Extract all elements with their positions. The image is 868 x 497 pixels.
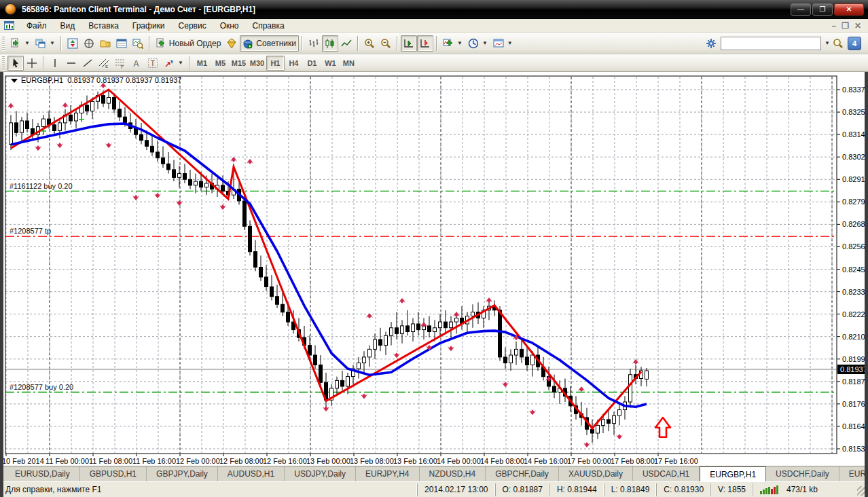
metaeditor-button[interactable]: [223, 35, 240, 52]
chevron-down-icon: ▼: [24, 40, 30, 46]
menu-3[interactable]: Графики: [126, 20, 172, 32]
chart-tab-gbpchf[interactable]: GBPCHF,Daily: [486, 466, 559, 481]
svg-text:10 Feb 2014: 10 Feb 2014: [2, 457, 44, 465]
child-restore-button[interactable]: ❐: [842, 21, 849, 31]
period-h1-button[interactable]: H1: [266, 56, 285, 71]
new-chart-button[interactable]: ▼: [7, 35, 33, 52]
chart-tab-audusd[interactable]: AUDUSD,H1: [218, 466, 285, 481]
toolbar-grip[interactable]: [2, 56, 5, 71]
fractal-down-icon: [35, 145, 41, 151]
chart-shift-button[interactable]: [417, 35, 433, 52]
period-h4-button[interactable]: H4: [285, 56, 303, 71]
chart-tab-usdjpy[interactable]: USDJPY,Daily: [285, 466, 356, 481]
search-dropdown-arrow[interactable]: ▼: [825, 40, 830, 46]
period-m30-button[interactable]: M30: [248, 56, 266, 71]
time-axis[interactable]: 10 Feb 201411 Feb 00:0011 Feb 08:0011 Fe…: [2, 454, 698, 465]
equidistant-channel-button[interactable]: E: [96, 56, 112, 71]
period-m1-button[interactable]: M1: [193, 56, 211, 71]
navigator-button[interactable]: [97, 35, 113, 52]
text-button[interactable]: A: [128, 56, 145, 71]
market-watch-button[interactable]: [65, 35, 81, 52]
child-close-button[interactable]: ✕: [854, 21, 861, 31]
toolbar-grip[interactable]: [2, 36, 5, 51]
templates-button[interactable]: ▼: [490, 35, 516, 52]
chart-tab-gbpusd[interactable]: GBPUSD,H1: [80, 466, 147, 481]
chart-tab-usdchf[interactable]: USDCHF,Daily: [766, 466, 839, 481]
period-w1-button[interactable]: W1: [321, 56, 340, 71]
horizontal-line-button[interactable]: [63, 56, 79, 71]
indicators-button[interactable]: ▼: [440, 35, 465, 52]
menu-1[interactable]: Вид: [54, 20, 82, 32]
terminal-button[interactable]: [113, 35, 130, 52]
maximize-button[interactable]: ❐: [812, 3, 833, 16]
menu-0[interactable]: Файл: [20, 20, 54, 32]
chart-tab-eurusd[interactable]: EURUSD,Daily: [5, 466, 80, 481]
gear-icon[interactable]: [706, 38, 718, 49]
advisors-button[interactable]: Советники: [240, 35, 299, 52]
fibonacci-button[interactable]: F: [112, 56, 128, 71]
vertical-line-icon: [50, 58, 60, 69]
chart-candles-button[interactable]: [322, 35, 338, 52]
period-mn-button[interactable]: MN: [340, 56, 358, 71]
price-axis[interactable]: 0.833700.832550.831400.830250.829100.827…: [837, 86, 868, 453]
notifications-badge[interactable]: 4: [848, 37, 861, 50]
chart-line-button[interactable]: [338, 35, 355, 52]
arrows-button[interactable]: ▼: [161, 56, 186, 71]
crosshair-button[interactable]: [24, 56, 40, 71]
fractal-up-icon: [7, 103, 14, 109]
chart-symbol-label[interactable]: EURGBP,H1 0.81937 0.81937 0.81937 0.8193…: [11, 76, 181, 84]
minimize-button[interactable]: —: [791, 3, 811, 16]
chart-tab-usdcad[interactable]: USDCAD,H1: [633, 466, 700, 481]
chart-tab-gbpjpy[interactable]: GBPJPY,Daily: [147, 466, 218, 481]
window-left-border: [0, 72, 3, 497]
svg-text:E: E: [105, 65, 108, 69]
order-line-label-2: #1208577 buy 0.20: [10, 383, 73, 391]
profiles-button[interactable]: ▼: [33, 35, 58, 52]
chevron-down-icon: ▼: [482, 40, 488, 46]
menu-6[interactable]: Справка: [246, 20, 291, 32]
vertical-line-button[interactable]: [47, 56, 63, 71]
chart-tab-eurchf[interactable]: EURCHF,H4: [839, 466, 868, 481]
fractal-down-icon: [323, 406, 329, 411]
chart-bars-button[interactable]: [306, 35, 322, 52]
chart-tab-eurjpy[interactable]: EURJPY,H4: [356, 466, 419, 481]
zoom-out-button[interactable]: [378, 35, 394, 52]
trend-line-icon: [82, 58, 93, 69]
menu-4[interactable]: Сервис: [172, 20, 213, 32]
chart-candles-icon: [325, 38, 336, 49]
cursor-button[interactable]: [7, 56, 24, 71]
chart-tab-xauusd[interactable]: XAUUSD,Daily: [559, 466, 633, 481]
arrows-icon: [164, 58, 175, 69]
auto-scroll-button[interactable]: [401, 35, 417, 52]
fractal-up-icon: [366, 313, 373, 318]
templates-icon: [493, 38, 504, 49]
status-low: L: 0.81849: [604, 483, 657, 496]
data-window-button[interactable]: [81, 35, 97, 52]
fractal-up-icon: [399, 298, 405, 303]
close-button[interactable]: ✕: [834, 3, 864, 16]
chart-tab-eurgbp[interactable]: EURGBP,H1: [700, 466, 766, 481]
chart-area[interactable]: #1161122 buy 0.20#1208577 tp#1208577 buy…: [0, 72, 868, 466]
menu-5[interactable]: Окно: [213, 20, 246, 32]
strategy-tester-button[interactable]: [130, 35, 146, 52]
new-order-button[interactable]: Новый Ордер: [153, 35, 223, 52]
fractal-up-icon: [230, 157, 237, 162]
text-label-button[interactable]: T: [145, 56, 161, 71]
new-order-label: Новый Ордер: [169, 39, 221, 48]
chart-tab-nzdusd[interactable]: NZDUSD,H4: [420, 466, 486, 481]
trend-line-button[interactable]: [79, 56, 96, 71]
indicators-icon: [443, 38, 454, 49]
period-m15-button[interactable]: M15: [230, 56, 248, 71]
periods-button[interactable]: ▼: [465, 35, 490, 52]
toolbar-separator: [189, 56, 190, 71]
zoom-in-button[interactable]: [361, 35, 378, 52]
chart-canvas[interactable]: #1161122 buy 0.20#1208577 tp#1208577 buy…: [0, 72, 868, 466]
period-d1-button[interactable]: D1: [303, 56, 321, 71]
child-minimize-button[interactable]: –: [831, 21, 836, 31]
menu-2[interactable]: Вставка: [82, 20, 126, 32]
search-go-button[interactable]: [833, 38, 845, 49]
equidistant-channel-icon: E: [98, 58, 109, 69]
search-input[interactable]: [721, 37, 821, 50]
fractal-down-icon: [393, 352, 400, 358]
period-m5-button[interactable]: M5: [211, 56, 230, 71]
